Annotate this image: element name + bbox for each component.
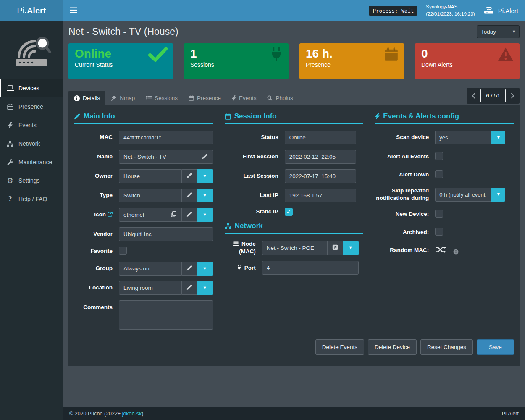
next-device-button[interactable] xyxy=(506,88,520,104)
node-input[interactable] xyxy=(262,241,328,255)
sidebar-item-maintenance[interactable]: Maintenance xyxy=(0,153,63,171)
node-dropdown-button[interactable] xyxy=(343,241,359,255)
static-ip-checkbox[interactable] xyxy=(285,208,293,216)
archived-checkbox[interactable] xyxy=(435,228,443,236)
mac-input[interactable] xyxy=(119,131,213,144)
card-presence: 16 h. Presence xyxy=(299,43,404,79)
chevron-down-icon xyxy=(491,188,505,202)
sidebar-menu: Devices Presence Events Network Maintena… xyxy=(0,79,63,208)
status-input[interactable] xyxy=(285,131,356,144)
type-dropdown-button[interactable] xyxy=(197,189,213,202)
sidebar-toggle-button[interactable] xyxy=(63,0,84,21)
tab-nmap[interactable]: Nmap xyxy=(105,91,140,105)
field-favorite: Favorite xyxy=(74,247,213,256)
last-ip-input[interactable] xyxy=(285,189,356,202)
sidebar-item-devices[interactable]: Devices xyxy=(0,79,63,97)
new-device-checkbox[interactable] xyxy=(435,210,443,218)
group-edit-button[interactable] xyxy=(182,262,197,276)
icon-edit-button[interactable] xyxy=(182,208,197,222)
question-icon xyxy=(6,196,14,202)
last-session-input[interactable] xyxy=(285,169,356,183)
bolt-icon xyxy=(6,122,14,129)
location-edit-button[interactable] xyxy=(182,281,197,295)
sidebar-item-settings[interactable]: Settings xyxy=(0,171,63,190)
chevron-down-icon xyxy=(349,246,352,249)
field-alert-down: Alert Down xyxy=(375,169,514,181)
vendor-input[interactable] xyxy=(119,227,213,241)
tab-label: Events xyxy=(239,95,256,101)
tab-presence[interactable]: Presence xyxy=(183,91,226,105)
external-link-icon[interactable] xyxy=(108,212,113,217)
open-node-button[interactable] xyxy=(328,241,343,255)
port-input[interactable] xyxy=(262,261,359,275)
location-input[interactable] xyxy=(119,281,182,295)
pencil-icon xyxy=(186,265,192,272)
tab-events[interactable]: Events xyxy=(226,91,262,105)
skip-notifications-label: Skip repeated notifications during xyxy=(375,187,429,202)
chevron-down-icon xyxy=(513,30,515,34)
hammer-icon xyxy=(111,95,117,101)
sidebar-item-label: Help / FAQ xyxy=(18,196,47,202)
tab-details[interactable]: Details xyxy=(68,91,105,105)
tab-sessions[interactable]: Sessions xyxy=(140,91,183,105)
copyright-text: © 2020 Puche (2022+ xyxy=(69,411,122,417)
navbar-main: Process: Wait Synology-NAS (22/01/2023, … xyxy=(63,0,525,21)
current-status-label: Current Status xyxy=(75,61,167,68)
top-navbar: Pi.Alert Process: Wait Synology-NAS (22/… xyxy=(0,0,525,21)
sidebar-item-events[interactable]: Events xyxy=(0,116,63,134)
field-last-session: Last Session xyxy=(225,169,364,183)
field-icon: Icon xyxy=(74,208,213,222)
hamburger-icon xyxy=(70,7,77,14)
owner-edit-button[interactable] xyxy=(182,169,197,183)
jokob-sk-link[interactable]: jokob-sk xyxy=(122,411,142,417)
scan-device-select[interactable]: yes xyxy=(435,131,505,144)
alert-down-checkbox[interactable] xyxy=(435,170,443,178)
bars-icon xyxy=(233,242,239,246)
type-edit-button[interactable] xyxy=(182,189,197,202)
reset-changes-button[interactable]: Reset Changes xyxy=(420,339,473,355)
pencil-icon xyxy=(186,192,192,199)
field-group: Group xyxy=(74,262,213,276)
tab-pholus[interactable]: Pholus xyxy=(262,91,298,105)
field-mac: MAC xyxy=(74,131,213,144)
skip-notifications-select[interactable]: 0 h (notify all event xyxy=(435,188,505,202)
copyright: © 2020 Puche (2022+ jokob-sk) xyxy=(69,411,143,417)
period-selector[interactable]: Today xyxy=(477,25,520,38)
tab-label: Details xyxy=(83,95,100,101)
delete-device-button[interactable]: Delete Device xyxy=(368,339,417,355)
first-session-input[interactable] xyxy=(285,150,356,164)
name-edit-button[interactable] xyxy=(197,150,213,164)
delete-events-button[interactable]: Delete Events xyxy=(315,339,364,355)
presence-label: Presence xyxy=(306,61,398,68)
info-icon[interactable] xyxy=(453,249,459,255)
comments-textarea[interactable] xyxy=(119,300,213,330)
owner-dropdown-button[interactable] xyxy=(197,169,213,183)
name-input[interactable] xyxy=(119,150,197,164)
favorite-checkbox[interactable] xyxy=(119,247,127,255)
type-input[interactable] xyxy=(119,189,182,202)
sidebar-item-help[interactable]: Help / FAQ xyxy=(0,190,63,208)
alerts-config-heading: Events & Alerts config xyxy=(375,112,514,124)
group-input[interactable] xyxy=(119,262,182,276)
router-scan-icon xyxy=(483,6,494,15)
app-logo[interactable]: Pi.Alert xyxy=(0,0,63,21)
icon-copy-button[interactable] xyxy=(166,208,182,222)
icon-dropdown-button[interactable] xyxy=(197,208,213,222)
copy-icon xyxy=(171,211,176,218)
tabs-row: Details Nmap Sessions Presence xyxy=(63,79,525,105)
favorite-label: Favorite xyxy=(74,247,113,255)
calendar-icon xyxy=(384,47,399,62)
alert-all-events-checkbox[interactable] xyxy=(435,152,443,160)
location-dropdown-button[interactable] xyxy=(197,281,213,295)
alert-all-events-label: Alert All Events xyxy=(375,153,429,160)
prev-device-button[interactable] xyxy=(467,88,480,104)
navbar-app-brand[interactable]: Pi.Alert xyxy=(483,6,518,15)
owner-input[interactable] xyxy=(119,169,182,183)
sidebar-item-presence[interactable]: Presence xyxy=(0,97,63,116)
save-button[interactable]: Save xyxy=(477,339,514,355)
group-dropdown-button[interactable] xyxy=(197,262,213,276)
sidebar-item-network[interactable]: Network xyxy=(0,134,63,153)
field-location: Location xyxy=(74,281,213,295)
calendar-icon xyxy=(225,113,231,120)
icon-input[interactable] xyxy=(119,208,166,222)
